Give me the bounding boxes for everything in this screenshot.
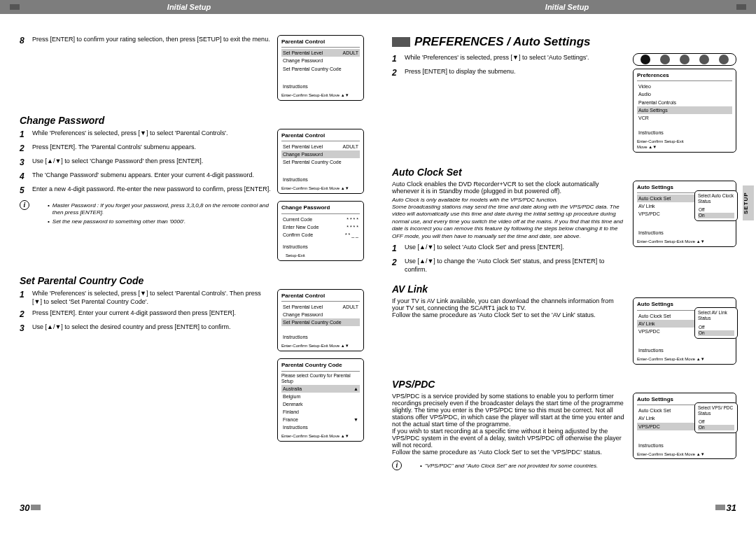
globe-icon <box>640 55 650 64</box>
vpspdc-note: "VPS/PDC" and "Auto Clock Set" are not p… <box>420 463 598 470</box>
acs-step-1: Use [▲/▼] to select 'Auto Clock Set' and… <box>405 243 627 254</box>
cpw-step-4: The 'Change Password' submenu appears. E… <box>32 171 272 182</box>
info-icon: i <box>392 461 402 470</box>
header-left: Initial Setup <box>0 0 378 14</box>
osd-preferences: Preferences Video Audio Parental Control… <box>633 69 736 153</box>
header-left-text: Initial Setup <box>167 3 211 11</box>
osd-title: Parental Control <box>281 38 360 45</box>
header-bar: Initial Setup Initial Setup <box>0 0 756 14</box>
brain-icon <box>680 55 690 64</box>
tv-icon <box>719 55 729 64</box>
step-text: Press [ENTER] to confirm your rating sel… <box>32 35 272 46</box>
accent-block <box>736 4 746 10</box>
page-right: PREFERENCES / Auto Settings 1While 'Pref… <box>378 35 756 520</box>
rec-icon <box>660 55 670 64</box>
intro-step-1: While 'Preferences' is selected, press [… <box>405 53 627 64</box>
submenu-vpspdc: Select VPS/ PDC Status Off On <box>694 402 738 434</box>
heading-change-password: Change Password <box>20 115 364 126</box>
submenu-avlink: Select AV LInk Status Off On <box>694 307 738 339</box>
cpw-note-2: Set the new password to something other … <box>48 218 272 226</box>
page-left: 8 Press [ENTER] to confirm your rating s… <box>0 35 378 520</box>
osd-title: Parental Country Code <box>281 362 360 369</box>
osd-title: Parental Control <box>281 293 360 300</box>
osd-title: Parental Control <box>281 132 360 139</box>
accent-block <box>10 4 20 10</box>
heading-vpspdc: VPS/PDC <box>392 379 736 390</box>
spcc-step-2: Press [ENTER]. Enter your current 4-digi… <box>32 309 272 320</box>
page-spread: Initial Setup Initial Setup 8 Press [ENT… <box>0 0 756 534</box>
intro-step-2: Press [ENTER] to display the submenu. <box>405 67 627 78</box>
header-right: Initial Setup <box>378 0 756 14</box>
page-number-right: 31 <box>727 503 736 513</box>
page-number-left: 30 <box>20 503 29 513</box>
step-8: 8 Press [ENTER] to confirm your rating s… <box>20 35 272 46</box>
osd-country-code: Parental Country Code Please select Coun… <box>277 358 364 442</box>
osd-title: Preferences <box>637 72 732 79</box>
section-title: PREFERENCES / Auto Settings <box>392 35 736 49</box>
page-num-accent <box>31 505 41 510</box>
step-num: 8 <box>20 35 28 46</box>
cpw-note-1: Master Password : If you forget your pas… <box>48 202 272 218</box>
spcc-step-3: Use [▲/▼] to select the desired country … <box>32 323 272 334</box>
vpspdc-para: VPS/PDC is a service provided by some st… <box>392 393 627 456</box>
spcc-step-1: While 'Preferences' is selected, press [… <box>32 289 272 306</box>
down-arrow-icon: ▼ <box>354 416 358 423</box>
acs-step-2: Use [▲/▼] to change the 'Auto Clock Set'… <box>405 257 627 274</box>
gear-icon <box>699 55 709 64</box>
osd-parental-control-1: Parental Control Set Parental LevelADULT… <box>277 35 364 101</box>
osd-parental-control-3: Parental Control Set Parental LevelADULT… <box>277 289 364 352</box>
acs-para: Auto Clock enables the DVD Recorder+VCR … <box>392 181 627 195</box>
acs-italic-note: Auto Clock is only available for models … <box>392 197 627 240</box>
avlink-para: If your TV is AV Link available, you can… <box>392 297 627 318</box>
osd-parental-control-2: Parental Control Set Parental LevelADULT… <box>277 129 364 195</box>
pages: 8 Press [ENTER] to confirm your rating s… <box>0 14 756 520</box>
cpw-step-1: While 'Preferences' is selected, press [… <box>32 129 272 140</box>
cpw-step-2: Press [ENTER]. The 'Parental Controls' s… <box>32 143 272 154</box>
osd-title: Change Password <box>281 204 360 211</box>
heading-acs: Auto Clock Set <box>392 167 736 178</box>
cpw-step-5: Enter a new 4-digit password. Re-enter t… <box>32 185 272 196</box>
up-arrow-icon: ▲ <box>354 386 358 392</box>
osd-icon-row <box>633 53 736 66</box>
heading-avlink: AV Link <box>392 283 736 295</box>
title-accent <box>392 37 410 47</box>
info-icon: i <box>20 200 29 210</box>
setup-side-tab: SETUP <box>743 185 754 220</box>
osd-change-password: Change Password Current Code* * * * Ente… <box>277 201 364 261</box>
heading-spcc: Set Parental Country Code <box>20 275 364 286</box>
cpw-step-3: Use [▲/▼] to select 'Change Password' th… <box>32 157 272 168</box>
submenu-acs: Select Auto Clock Status Off On <box>694 190 738 222</box>
header-right-text: Initial Setup <box>545 3 589 11</box>
page-num-accent <box>715 505 725 510</box>
